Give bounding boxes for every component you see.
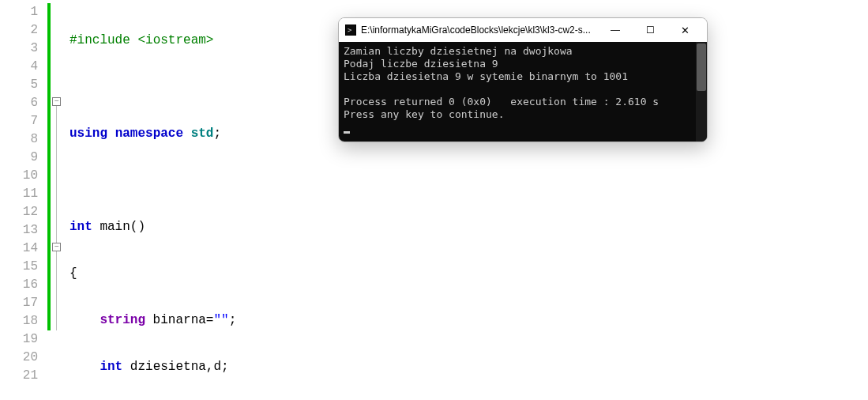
line-number: 4 (0, 58, 38, 76)
fold-toggle[interactable]: − (52, 97, 61, 106)
console-scrollbar[interactable] (696, 42, 707, 142)
line-number: 3 (0, 40, 38, 58)
console-line: Press any key to continue. (344, 108, 702, 121)
line-number: 11 (0, 185, 38, 203)
fold-column: − − (51, 0, 63, 400)
line-number: 20 (0, 349, 38, 367)
line-number: 15 (0, 258, 38, 276)
line-number: 19 (0, 330, 38, 349)
line-number: 16 (0, 276, 38, 294)
console-line: Process returned 0 (0x0) execution time … (344, 96, 702, 108)
console-icon: > (345, 25, 356, 36)
line-number: 5 (0, 76, 38, 94)
console-output[interactable]: Zamian liczby dziesietnej na dwojkowa Po… (339, 42, 707, 142)
svg-text:>: > (348, 26, 352, 34)
line-number: 6 (0, 94, 38, 112)
minimize-button[interactable]: — (598, 18, 633, 42)
line-number: 10 (0, 167, 38, 185)
line-number: 9 (0, 149, 38, 167)
cursor-icon (344, 131, 350, 134)
console-line (344, 83, 702, 96)
console-line: Podaj liczbe dziesietna 9 (344, 58, 702, 70)
close-button[interactable]: ✕ (667, 18, 702, 42)
code-line: string binarna=""; (70, 311, 868, 330)
line-number: 2 (0, 21, 38, 40)
fold-guide-line (56, 103, 57, 330)
line-number: 1 (0, 3, 38, 21)
console-window[interactable]: > E:\informatykaMiGra\codeBlocks\lekcje\… (338, 17, 708, 142)
console-titlebar[interactable]: > E:\informatykaMiGra\codeBlocks\lekcje\… (339, 18, 707, 42)
line-number: 13 (0, 221, 38, 240)
console-line: Zamian liczby dziesietnej na dwojkowa (344, 45, 702, 58)
code-line: int main() (70, 218, 868, 236)
code-line: int dziesietna,d; (70, 358, 868, 376)
maximize-button[interactable]: ☐ (633, 18, 667, 42)
line-number: 12 (0, 203, 38, 221)
console-cursor-line (344, 121, 702, 134)
line-number-gutter: 1 2 3 4 5 6 7 8 9 10 11 12 13 14 15 16 1… (0, 0, 47, 400)
line-number: 7 (0, 112, 38, 130)
code-line: { (70, 265, 868, 283)
line-number: 8 (0, 130, 38, 149)
console-scroll-thumb[interactable] (697, 43, 706, 91)
line-number: 18 (0, 312, 38, 330)
line-number: 21 (0, 367, 38, 385)
console-line: Liczba dziesietna 9 w sytemie binarnym t… (344, 70, 702, 83)
line-number: 14 (0, 240, 38, 258)
line-number: 17 (0, 294, 38, 312)
console-title: E:\informatykaMiGra\codeBlocks\lekcje\kl… (361, 25, 598, 36)
fold-toggle[interactable]: − (52, 243, 61, 251)
code-line (70, 172, 868, 190)
